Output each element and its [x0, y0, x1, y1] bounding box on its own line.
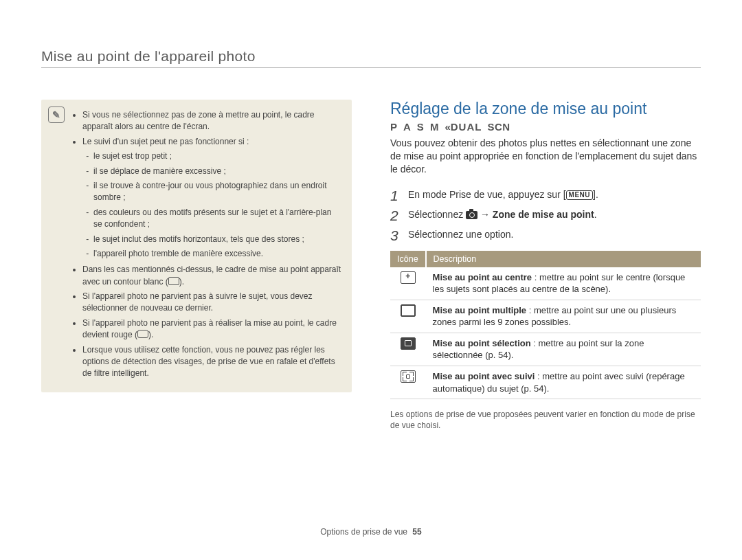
camera-icon	[466, 211, 477, 219]
mode-indicators: P A S M «DUAL SCN	[390, 121, 701, 133]
note-box: ✎ Si vous ne sélectionnez pas de zone à …	[41, 100, 352, 392]
white-frame-icon	[168, 277, 179, 285]
table-row: Mise au point multiple : mettre au point…	[390, 300, 701, 333]
note-subitem: le sujet inclut des motifs horizontaux, …	[93, 234, 342, 245]
table-row: Mise au point avec suivi : mettre au poi…	[390, 366, 701, 399]
note-item: Si l'appareil photo ne parvient pas à su…	[82, 291, 342, 315]
section-intro: Vous pouvez obtenir des photos plus nett…	[390, 137, 701, 176]
focus-tracking-icon	[401, 370, 416, 383]
menu-button-label: MENU	[566, 190, 593, 200]
mode-p-icon: P	[390, 121, 398, 133]
note-subitem: le sujet est trop petit ;	[93, 150, 342, 162]
note-subitem: l'appareil photo tremble de manière exce…	[93, 248, 342, 260]
steps-list: 1 En mode Prise de vue, appuyez sur [MEN…	[390, 188, 701, 243]
focus-multi-icon	[401, 304, 416, 317]
table-row: Mise au point sélection : mettre au poin…	[390, 333, 701, 366]
red-frame-icon	[137, 330, 148, 338]
page-title: Mise au point de l'appareil photo	[41, 48, 701, 68]
mode-s-icon: S	[417, 121, 425, 133]
options-table: Icône Description Mise au point au centr…	[390, 251, 701, 399]
section-title: Réglage de la zone de mise au point	[390, 100, 701, 118]
note-item: Lorsque vous utilisez cette fonction, vo…	[82, 344, 342, 380]
note-item: Si vous ne sélectionnez pas de zone à me…	[82, 109, 342, 133]
note-subitem: des couleurs ou des motifs présents sur …	[93, 207, 342, 231]
focus-center-icon	[401, 271, 416, 284]
table-header-icon: Icône	[390, 251, 426, 267]
note-item: Dans les cas mentionnés ci-dessus, le ca…	[82, 264, 342, 288]
table-header-desc: Description	[426, 251, 701, 267]
note-item: Le suivi d'un sujet peut ne pas fonction…	[82, 136, 342, 260]
page-footer: Options de prise de vue 55	[0, 527, 742, 537]
step-3: 3 Sélectionnez une option.	[390, 228, 701, 243]
mode-scn-icon: SCN	[487, 121, 510, 133]
note-subitem: il se déplace de manière excessive ;	[93, 166, 342, 177]
footnote: Les options de prise de vue proposées pe…	[390, 409, 701, 431]
step-2: 2 Sélectionnez → Zone de mise au point.	[390, 208, 701, 223]
note-subitem: il se trouve à contre-jour ou vous photo…	[93, 180, 342, 204]
note-item: Si l'appareil photo ne parvient pas à ré…	[82, 317, 342, 341]
mode-m-icon: M	[430, 121, 440, 133]
table-row: Mise au point au centre : mettre au poin…	[390, 267, 701, 300]
mode-a-icon: A	[403, 121, 412, 133]
focus-selection-icon	[401, 337, 416, 350]
note-icon: ✎	[48, 107, 65, 123]
step-1: 1 En mode Prise de vue, appuyez sur [MEN…	[390, 188, 701, 203]
mode-dual-icon: «DUAL	[445, 121, 482, 133]
